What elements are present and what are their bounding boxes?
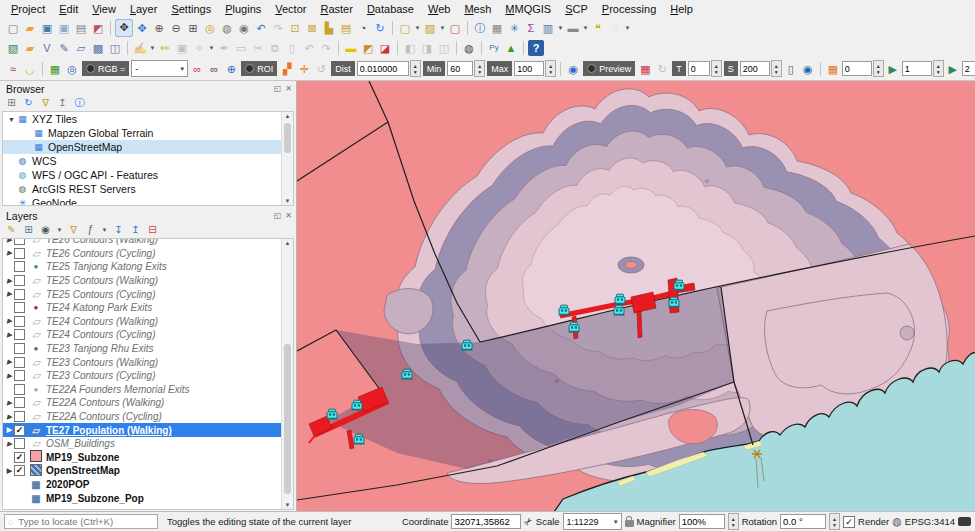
scale-combo[interactable]: 1:11229 ▼ [563, 513, 622, 530]
min-input-spinner[interactable]: ▲▼ [474, 60, 485, 77]
add-group-icon[interactable]: ⊞ [22, 224, 35, 235]
label-toolbar-icon[interactable]: ▬ [343, 40, 359, 56]
measure-icon[interactable]: ▬ [565, 20, 581, 36]
profile-tool-icon[interactable]: ▲ [503, 40, 519, 56]
menu-item-mesh[interactable]: Mesh [457, 1, 498, 17]
layer-visibility-checkbox[interactable] [14, 238, 25, 245]
menu-item-mmqgis[interactable]: MMQGIS [498, 1, 558, 17]
step-one-icon[interactable]: ▶ [885, 61, 901, 77]
layer-row-te22a-contours-cycling-[interactable]: ▶▱TE22A Contours (Cycling) [3, 410, 293, 424]
layer-row-te26-contours-walking-[interactable]: ▶▱TE26 Contours (Walking) [3, 238, 293, 247]
menu-item-plugins[interactable]: Plugins [218, 1, 268, 17]
layer-row-osm-buildings[interactable]: ▶▱OSM_Buildings [3, 437, 293, 451]
browser-properties-icon[interactable]: ⓘ [73, 96, 86, 110]
new-print-layout-icon[interactable]: ▤ [73, 20, 89, 36]
rgb-composite-icon[interactable]: ▦ [637, 61, 653, 77]
layer-row-mp19-subzone-pop[interactable]: ▦MP19_Subzone_Pop [3, 491, 293, 505]
render-checkbox[interactable]: ✓ [843, 516, 855, 528]
expander-icon[interactable]: ▶ [5, 372, 14, 380]
menu-item-database[interactable]: Database [360, 1, 421, 17]
expander-icon[interactable]: ▶ [5, 426, 14, 434]
scroll-down-icon[interactable]: ▼ [285, 502, 291, 508]
layer-row-te24-katong-park-exits[interactable]: ●TE24 Katong Park Exits [3, 301, 293, 315]
new-shapefile-layer-icon[interactable]: ▰ [22, 40, 38, 56]
expander-icon[interactable]: ▶ [5, 317, 14, 325]
browser-add-layer-icon[interactable]: ⊞ [5, 97, 18, 108]
data-source-manager-icon-dropdown[interactable]: ▼ [557, 25, 564, 31]
expander-icon[interactable]: ▶ [5, 399, 14, 407]
min-input[interactable] [447, 61, 473, 76]
map-tips-icon[interactable]: ❝ [590, 20, 606, 36]
pan-to-selection-icon[interactable]: ✥ [134, 20, 150, 36]
pan-map-icon[interactable]: ✥ [115, 19, 133, 37]
browser-item-xyz-tiles[interactable]: ▼▦XYZ Tiles [3, 112, 293, 126]
layer-row-te25-contours-walking-[interactable]: ▶▱TE25 Contours (Walking) [3, 274, 293, 288]
zoom-full-icon[interactable]: ⊞ [185, 20, 201, 36]
style-manager-icon[interactable]: ◩ [90, 20, 106, 36]
browser-filter-icon[interactable]: ∇ [39, 97, 52, 108]
step-two-input[interactable] [962, 61, 975, 76]
browser-item-geonode[interactable]: ✳GeoNode [3, 196, 293, 206]
locate-search[interactable]: ◌ [4, 514, 158, 529]
manage-map-themes-icon[interactable]: ◉ [39, 224, 52, 235]
dist-input[interactable] [357, 61, 409, 76]
new-temporary-scratch-layer-icon[interactable]: ✎ [56, 40, 72, 56]
filter-legend-icon[interactable]: ∇ [67, 224, 80, 235]
zoom-preview-icon[interactable]: ⊕ [223, 61, 239, 77]
metasearch-icon[interactable]: ◍ [461, 40, 477, 56]
layer-visibility-checkbox[interactable] [14, 411, 25, 422]
menu-item-scp[interactable]: SCP [558, 1, 595, 17]
step-one-input[interactable] [902, 61, 932, 76]
layer-diagram-icon[interactable]: ◪ [377, 40, 393, 56]
new-map-view-icon[interactable]: ⊡ [287, 20, 303, 36]
save-project-as-icon[interactable]: ▣ [56, 20, 72, 36]
layer-row-te23-contours-cycling-[interactable]: ▶▱TE23 Contours (Cycling) [3, 369, 293, 383]
layer-row-mp19-subzone[interactable]: ✓MP19_Subzone [3, 451, 293, 465]
expander-icon[interactable]: ▶ [5, 440, 14, 448]
layer-row-te27-population-walking-[interactable]: ▶✓▱TE27 Population (Walking) [3, 423, 293, 437]
magnifier-spinner[interactable]: ▲▼ [728, 513, 739, 530]
locate-input[interactable] [16, 515, 140, 528]
zoom-to-selection-icon[interactable]: ◎ [202, 20, 218, 36]
layer-visibility-checkbox[interactable] [14, 343, 25, 354]
save-project-icon[interactable]: ▣ [39, 20, 55, 36]
layer-row-te24-contours-walking-[interactable]: ▶▱TE24 Contours (Walking) [3, 315, 293, 329]
layer-row-te23-tanjong-rhu-exits[interactable]: ●TE23 Tanjong Rhu Exits [3, 342, 293, 356]
filter-by-expression-icon-dropdown[interactable]: ▼ [101, 227, 108, 233]
browser-refresh-icon[interactable]: ↻ [22, 97, 35, 108]
open-layer-styling-icon[interactable]: ✎ [5, 224, 18, 235]
spectral-plot-icon[interactable]: ≈ [5, 61, 21, 77]
layer-row-openstreetmap[interactable]: ▶✓OpenStreetMap [3, 464, 293, 478]
messages-icon[interactable] [958, 517, 971, 526]
layer-visibility-checkbox[interactable] [14, 438, 25, 449]
browser-collapse-all-icon[interactable]: ↥ [56, 97, 69, 108]
expander-icon[interactable]: ▶ [5, 467, 14, 475]
refresh-map-icon[interactable]: ↻ [372, 20, 388, 36]
float-panel-icon[interactable]: ◱ [274, 211, 282, 220]
layer-row-te26-contours-cycling-[interactable]: ▶▱TE26 Contours (Cycling) [3, 247, 293, 261]
layer-visibility-checkbox[interactable] [14, 357, 25, 368]
coordinate-capture-icon[interactable]: ✂ [522, 515, 536, 529]
menu-item-vector[interactable]: Vector [268, 1, 313, 17]
expander-icon[interactable]: ▶ [5, 413, 14, 421]
layer-row-te23-contours-walking-[interactable]: ▶▱TE23 Contours (Walking) [3, 355, 293, 369]
magnifier-input[interactable] [679, 514, 725, 529]
rgb-combo[interactable]: -▼ [131, 60, 188, 77]
grid-value-input[interactable] [842, 61, 872, 76]
scrollbar-thumb[interactable] [284, 344, 291, 494]
manage-map-themes-icon-dropdown[interactable]: ▼ [56, 227, 63, 233]
layer-row-te22a-founders-memorial-exits[interactable]: ●TE22A Founders Memorial Exits [3, 383, 293, 397]
scroll-down-icon[interactable]: ▼ [285, 198, 291, 204]
max-input-spinner[interactable]: ▲▼ [545, 60, 556, 77]
menu-item-project[interactable]: Project [4, 1, 52, 17]
expander-icon[interactable]: ▶ [5, 277, 14, 285]
delete-preview-icon[interactable]: ▯ [783, 61, 799, 77]
zoom-native-resolution-icon[interactable]: ◉ [236, 20, 252, 36]
roi-signature-icon[interactable]: ◡ [22, 61, 38, 77]
browser-item-wfs-ogc-api-features[interactable]: ◍WFS / OGC API - Features [3, 168, 293, 182]
menu-item-web[interactable]: Web [421, 1, 457, 17]
layer-visibility-checkbox[interactable]: ✓ [14, 425, 25, 436]
scrollbar-thumb[interactable] [284, 123, 291, 153]
grid-value-input-spinner[interactable]: ▲▼ [873, 60, 884, 77]
close-panel-icon[interactable]: ✕ [285, 211, 292, 220]
